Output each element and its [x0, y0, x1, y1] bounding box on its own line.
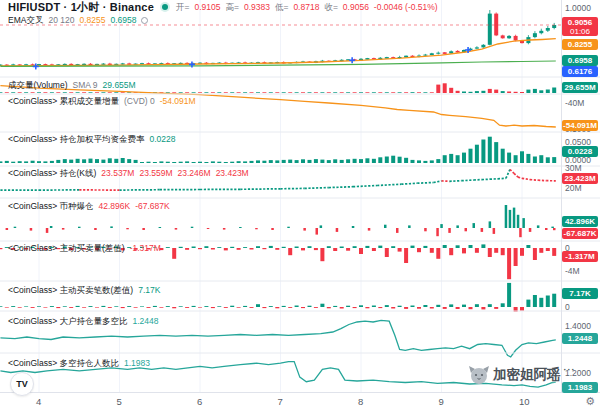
legend-text: 0.9056 [343, 2, 369, 12]
axis-tick-label: 1.4000 [565, 321, 599, 331]
tradingview-logo-text: TV [16, 379, 28, 389]
legend-text: 7.17K [138, 285, 160, 295]
trading-chart-window: HIFIUSDT · 1小时 · Binance开=0.9105高=0.9383… [0, 0, 600, 410]
legend-text: 42.896K [99, 201, 131, 211]
legend-text: SMA 9 [73, 80, 98, 90]
legend-text: 29.655M [103, 80, 136, 90]
legend-text: 1.2448 [133, 316, 159, 326]
legend-text: (CVD) 0 [124, 96, 155, 106]
axis-value-badge: -54.091M [562, 120, 598, 131]
axis-tick-label: -40M [565, 98, 599, 108]
legend-text: 0.0228 [150, 134, 176, 144]
legend-text: <CoinGlass> 多空持仓人数比 [8, 358, 119, 368]
legend-row-volume[interactable]: 成交量(Volume)SMA 929.655M [8, 80, 136, 90]
legend-text: <CoinGlass> 持仓加权平均资金费率 [8, 134, 145, 144]
legend-row-funding[interactable]: <CoinGlass> 持仓加权平均资金费率0.0228 [8, 134, 176, 144]
axis-value-badge: -67.687K [562, 228, 598, 239]
time-axis-label: 8 [358, 396, 363, 407]
legend-text: HIFIUSDT · 1小时 · Binance [8, 2, 154, 12]
legend-row-account-ratio[interactable]: <CoinGlass> 多空持仓人数比1.1983 [8, 358, 150, 368]
legend-row-oi[interactable]: <CoinGlass> 持仓(K线)23.537M23.559M23.246M2… [8, 168, 249, 178]
gear-icon[interactable]: ⚙ [585, 395, 595, 408]
legend-text: 1.1983 [124, 358, 150, 368]
visibility-icon[interactable] [141, 17, 148, 24]
axis-tick-label: 30M [565, 163, 599, 173]
legend-text: 0.8255 [79, 15, 105, 25]
legend-text: 低= [275, 2, 288, 12]
legend-text: 0.6958 [110, 15, 136, 25]
data-status-dot-icon [162, 4, 168, 10]
time-axis-label: 10 [519, 396, 530, 407]
legend-row-symbol-header[interactable]: HIFIUSDT · 1小时 · Binance开=0.9105高=0.9383… [8, 2, 438, 12]
legend-text: -1.317M [130, 243, 161, 253]
legend-row-ema-cross[interactable]: EMA交叉20 1200.82550.6958 [8, 15, 148, 25]
axis-value-badge: 0.0228 [562, 146, 598, 157]
axis-value-badge: 42.896K [562, 216, 598, 227]
legend-text: -0.0046 (-0.51%) [374, 2, 438, 12]
legend-text: 开= [176, 2, 189, 12]
time-axis-divider [0, 392, 600, 393]
cat-icon [468, 365, 490, 385]
legend-row-liquidations[interactable]: <CoinGlass> 币种爆仓42.896K-67.687K [8, 201, 170, 211]
legend-text: <CoinGlass> 主动买卖量(差值) [8, 243, 125, 253]
legend-text: -54.091M [160, 96, 196, 106]
grid-lines [39, 0, 522, 392]
time-axis-label: 5 [117, 396, 122, 407]
axis-value-badge: 0.6958 [562, 55, 598, 66]
axis-value-badge: 0.905601:06 [562, 17, 598, 36]
legend-text: <CoinGlass> 累积成交量增量 [8, 96, 119, 106]
legend-text: 0.9105 [194, 2, 220, 12]
legend-text: EMA交叉 [8, 15, 43, 25]
axis-value-badge: -1.317M [562, 251, 598, 262]
legend-text: 高= [225, 2, 238, 12]
legend-text: <CoinGlass> 持仓(K线) [8, 168, 96, 178]
legend-text: 成交量(Volume) [8, 80, 68, 90]
legend-text: 收= [324, 2, 337, 12]
axis-value-badge: 1.2448 [562, 333, 598, 344]
axis-tick-label: 0 [565, 302, 599, 312]
legend-text: 0.9383 [244, 2, 270, 12]
watermark-dots: ··· [564, 365, 576, 375]
time-axis-label: 4 [36, 396, 41, 407]
legend-text: 23.537M [101, 168, 134, 178]
axis-value-badge: 29.655M [562, 82, 598, 93]
axis-tick-label: -4M [565, 266, 599, 276]
legend-text: 0.8718 [293, 2, 319, 12]
legend-text: <CoinGlass> 大户持仓量多空比 [8, 316, 128, 326]
axis-tick-label: 20M [565, 183, 599, 193]
legend-text: 23.423M [216, 168, 249, 178]
axis-value-badge: 0.8255 [562, 39, 598, 50]
legend-text: <CoinGlass> 主动买卖笔数(差值) [8, 285, 133, 295]
legend-row-taker-volume[interactable]: <CoinGlass> 主动买卖量(差值)-1.317M [8, 243, 161, 253]
watermark-text: 加密姐阿瑶 [493, 366, 561, 384]
time-axis-label: 7 [278, 396, 283, 407]
legend-row-taker-count[interactable]: <CoinGlass> 主动买卖笔数(差值)7.17K [8, 285, 160, 295]
legend-text: 23.246M [178, 168, 211, 178]
axis-value-badge: 0.6176 [562, 66, 598, 77]
axis-tick-label: 1.0000 [565, 3, 599, 13]
legend-text: -67.687K [135, 201, 170, 211]
axis-value-badge: 23.423M [562, 173, 598, 184]
legend-row-cvd[interactable]: <CoinGlass> 累积成交量增量(CVD) 0-54.091M [8, 96, 196, 106]
legend-row-top-ratio[interactable]: <CoinGlass> 大户持仓量多空比1.2448 [8, 316, 159, 326]
legend-text: 23.559M [139, 168, 172, 178]
legend-text: <CoinGlass> 币种爆仓 [8, 201, 94, 211]
watermark: 加密姐阿瑶 ··· [468, 365, 576, 385]
axis-value-badge: 7.17K [562, 288, 598, 299]
time-axis-label: 9 [439, 396, 444, 407]
time-axis-label: 6 [197, 396, 202, 407]
legend-text: 20 120 [48, 15, 74, 25]
tradingview-logo[interactable]: TV [10, 372, 34, 396]
